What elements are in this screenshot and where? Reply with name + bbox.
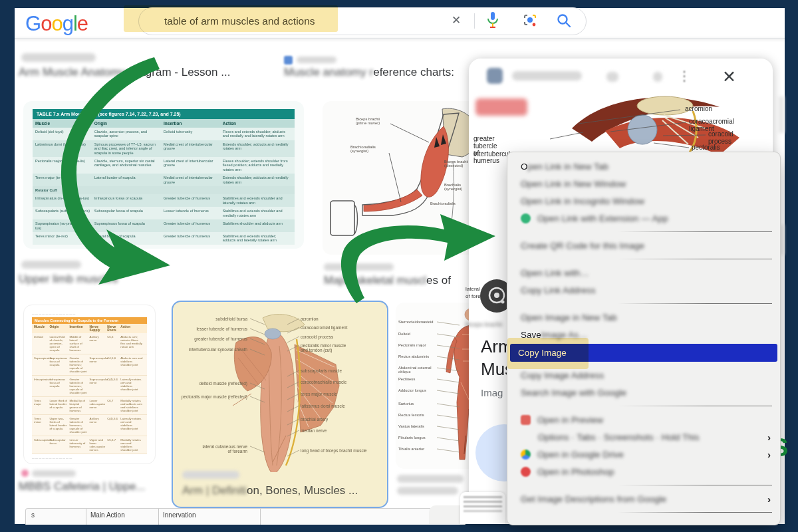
red-app-icon <box>521 415 531 425</box>
green-arrow-left <box>61 57 170 285</box>
pink-app-icon <box>521 467 531 477</box>
context-menu-item-label-blurred: Copy Link Address <box>521 285 596 295</box>
submenu-chevron-icon: › <box>767 449 771 460</box>
context-menu-item-label-blurred: Open Image in New Tab <box>521 313 617 323</box>
context-menu-item[interactable]: Open Link in New Tab <box>507 158 780 175</box>
green-app-icon <box>521 213 531 223</box>
context-menu-item-label-blurred: Open Link in Incognito Window <box>521 196 644 206</box>
context-menu-item[interactable]: Copy Link Address <box>507 281 780 299</box>
context-menu-item-label-blurred: Open in Google Drive <box>537 450 624 460</box>
context-menu-item-label-blurred: Create QR Code for this Image <box>521 241 644 251</box>
context-menu-item[interactable]: Open Link with Extension — App <box>507 209 780 227</box>
screenshot-canvas: { "header": { "logo_letters": [ {"ch":"G… <box>0 0 798 532</box>
context-menu-item[interactable]: Create QR Code for this Image <box>507 237 780 254</box>
drive-icon <box>521 450 531 460</box>
context-menu-item[interactable]: Open Link in Incognito Window <box>507 192 780 209</box>
context-menu-item[interactable]: Get Image Descriptions from Google› <box>507 490 780 507</box>
context-menu-item-label-blurred: Search Image with Google <box>521 388 626 398</box>
context-menu-separator <box>515 303 772 304</box>
context-menu-item-label-blurred: Open in Preview <box>537 415 603 425</box>
copy-image-annotation-highlight <box>507 338 589 369</box>
context-menu-item-label-blurred: Open Link with… <box>521 268 589 278</box>
green-arrow-right <box>341 214 495 303</box>
context-menu-item[interactable]: Open in Google Drive› <box>507 446 780 463</box>
context-menu-separator <box>515 485 772 485</box>
context-menu-separator <box>515 259 772 259</box>
context-menu-item-label-blurred: Open in Photoshop <box>537 467 614 477</box>
context-menu-item[interactable]: Search Image with Google <box>507 384 780 401</box>
context-menu-item[interactable]: Open Image in New Tab <box>507 309 780 326</box>
context-menu-item[interactable]: Open in Preview <box>507 411 780 428</box>
context-menu-item-label-blurred: pen Link in New Tab <box>528 162 608 172</box>
context-menu-item[interactable]: Open in Photoshop <box>507 463 780 480</box>
context-menu-separator <box>515 406 772 406</box>
submenu-chevron-icon: › <box>767 432 771 443</box>
context-menu-item[interactable]: Options · Tabs · Screenshots · Hold This… <box>507 428 780 446</box>
context-menu-item[interactable]: Open Link in New Window <box>507 175 780 192</box>
context-menu-item-label-blurred: Open Link in New Window <box>521 179 626 189</box>
context-menu-item[interactable]: Open Link with… <box>507 264 780 281</box>
context-menu-item-label-blurred: Options · Tabs · Screenshots · Hold This <box>538 432 700 442</box>
context-menu-separator <box>515 231 772 232</box>
submenu-chevron-icon: › <box>767 493 771 505</box>
context-menu-item-label-blurred: Get Image Descriptions from Google <box>521 494 666 504</box>
context-menu-separator <box>515 512 772 513</box>
context-menu-item-label-clear: O <box>521 162 528 172</box>
context-menu-item-label-blurred: Copy Image Address <box>521 370 604 380</box>
context-menu-item-label-blurred: Open Link with Extension — App <box>537 213 668 223</box>
